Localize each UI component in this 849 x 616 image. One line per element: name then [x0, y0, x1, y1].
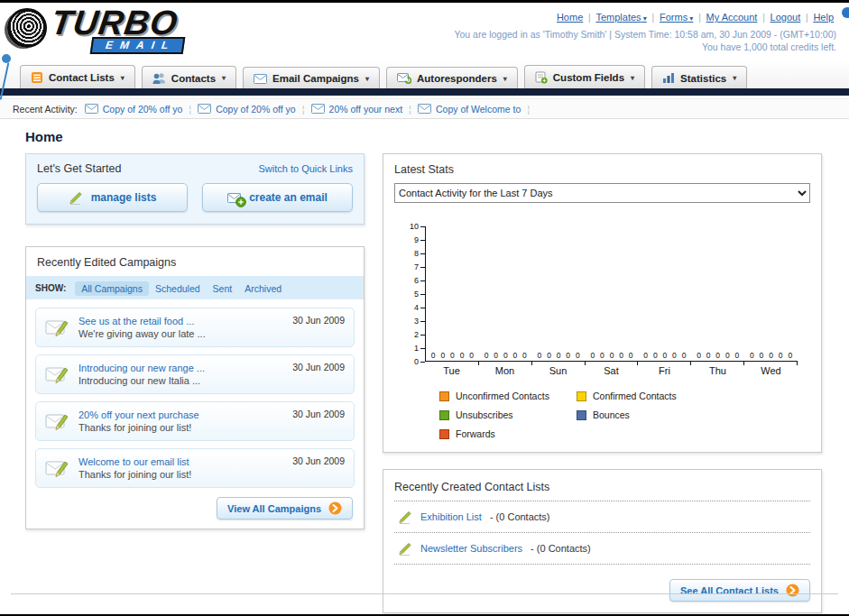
campaign-filter-scheduled[interactable]: Scheduled — [149, 281, 207, 296]
logo-subtitle: EMAIL — [90, 37, 186, 54]
chart-value-label: 0 — [769, 351, 773, 360]
campaign-date: 30 Jun 2009 — [292, 362, 345, 372]
autoresponder-icon — [397, 73, 411, 84]
top-link-templates[interactable]: Templates ▾ — [595, 12, 646, 23]
chart-value-label: 0 — [450, 351, 455, 360]
separator: | — [696, 13, 703, 23]
campaign-row[interactable]: Welcome to our email listThanks for join… — [35, 448, 355, 488]
nav-tab-contact-lists[interactable]: Contact Lists▾ — [20, 65, 135, 88]
chevron-down-icon: ▾ — [688, 14, 693, 23]
right-column: Latest Stats Contact Activity for the La… — [383, 153, 822, 613]
chart-value-label: 0 — [750, 351, 754, 360]
campaign-filter-archived[interactable]: Archived — [238, 281, 288, 296]
stats-range-select[interactable]: Contact Activity for the Last 7 Days — [394, 183, 810, 203]
chart-group-fri: 00000 — [638, 226, 691, 361]
chart-value-label: 0 — [431, 351, 436, 360]
campaign-row[interactable]: See us at the retail food ...We're givin… — [35, 308, 355, 347]
legend-item-forwards: Forwards — [439, 428, 577, 439]
view-all-campaigns-label: View All Campaigns — [227, 503, 321, 514]
chart-value-label: 0 — [557, 351, 561, 360]
chart-value-label: 0 — [460, 351, 465, 360]
legend-item-unconfirmed-contacts: Unconfirmed Contacts — [439, 391, 577, 401]
top-link-home[interactable]: Home — [557, 12, 583, 23]
chart-value-label: 0 — [629, 351, 633, 360]
campaign-title-link[interactable]: See us at the retail food ... — [78, 316, 206, 326]
recent-activity-item[interactable]: Copy of 20% off yo — [85, 104, 183, 115]
nav-tab-contacts[interactable]: Contacts▾ — [142, 66, 236, 88]
envelope-pencil-icon — [45, 458, 69, 479]
recent-activity-item[interactable]: 20% off your next — [311, 104, 403, 115]
campaign-title-link[interactable]: Introducing our new range ... — [78, 363, 205, 373]
y-axis-label: 6 — [402, 276, 419, 285]
chart-value-label: 0 — [662, 351, 667, 360]
chevron-down-icon: ▾ — [631, 74, 634, 82]
chevron-down-icon: ▾ — [121, 74, 125, 82]
contact-list-row[interactable]: Newsletter Subscribers - (0 Contacts) — [394, 533, 810, 565]
app-logo[interactable]: TURBO EMAIL — [7, 5, 178, 60]
campaign-title-link[interactable]: 20% off your next purchase — [78, 409, 199, 420]
chart-plot: 00000000000000000000000000000000000 — [425, 226, 798, 362]
switch-quick-links-link[interactable]: Switch to Quick Links — [258, 163, 353, 174]
campaign-row[interactable]: Introducing our new range ...Introducing… — [35, 354, 355, 394]
chart-plot-area: 012345678910 000000000000000000000000000… — [401, 226, 807, 362]
separator: | — [650, 13, 657, 23]
chart-value-label: 0 — [619, 351, 623, 360]
legend-label: Unsubscribes — [456, 409, 513, 420]
chart-group-tue: 00000 — [426, 226, 479, 361]
campaign-filter-sent[interactable]: Sent — [207, 281, 239, 296]
campaigns-panel: Recently Edited Campaigns SHOW: All Camp… — [25, 246, 365, 529]
latest-stats-title: Latest Stats — [394, 163, 810, 176]
campaigns-filter-bar: SHOW: All CampaignsScheduledSentArchived — [26, 276, 364, 299]
nav-tab-label: Autoresponders — [417, 73, 497, 84]
nav-tab-email-campaigns[interactable]: Email Campaigns▾ — [243, 67, 380, 88]
arrow-right-icon — [328, 501, 342, 515]
campaign-title-link[interactable]: Welcome to our email list — [78, 456, 191, 467]
recent-activity-item[interactable]: Copy of Welcome to — [418, 104, 521, 115]
chart-value-label: 0 — [547, 351, 551, 360]
envelope-plus-icon — [227, 193, 241, 203]
manage-lists-button[interactable]: manage lists — [37, 183, 188, 212]
contact-list-row[interactable]: Exhibition List - (0 Contacts) — [394, 501, 810, 533]
top-link-help[interactable]: Help — [813, 12, 834, 23]
contact-list-link[interactable]: Exhibition List — [420, 511, 482, 522]
chart-group-mon: 00000 — [479, 226, 532, 361]
top-link-my-account[interactable]: My Account — [706, 12, 758, 23]
pencil-icon — [398, 541, 412, 556]
nav-tab-label: Custom Fields — [553, 72, 624, 83]
page-title: Home — [25, 129, 849, 144]
chevron-down-icon: ▾ — [365, 75, 369, 83]
contact-list-count: - (0 Contacts) — [531, 543, 591, 554]
get-started-title: Let's Get Started — [37, 162, 121, 175]
see-all-contact-lists-button[interactable]: See All Contact Lists — [669, 579, 810, 602]
envelope-pencil-icon — [45, 317, 69, 338]
show-label: SHOW: — [35, 283, 66, 293]
left-column: Let's Get Started Switch to Quick Links … — [25, 153, 365, 529]
chart-y-axis: 012345678910 — [401, 226, 425, 362]
chart-value-label: 0 — [566, 351, 570, 360]
create-email-button[interactable]: create an email — [202, 183, 353, 212]
nav-tab-custom-fields[interactable]: Custom Fields▾ — [524, 65, 645, 88]
top-link-forms[interactable]: Forms ▾ — [660, 12, 693, 23]
legend-swatch — [577, 391, 586, 401]
chart-icon — [662, 72, 675, 84]
nav-tab-statistics[interactable]: Statistics▾ — [651, 66, 747, 88]
campaign-texts: 20% off your next purchaseThanks for joi… — [78, 409, 199, 433]
contact-list-link[interactable]: Newsletter Subscribers — [420, 543, 522, 554]
chart-value-label: 0 — [682, 351, 687, 360]
chart-value-labels: 00000 — [532, 351, 586, 360]
recent-activity-item[interactable]: Copy of 20% off yo — [198, 104, 296, 115]
envelope-icon — [198, 104, 211, 114]
top-link-logout[interactable]: Logout — [771, 12, 801, 23]
legend-item-confirmed-contacts: Confirmed Contacts — [577, 391, 714, 401]
campaign-filter-all-campaigns[interactable]: All Campaigns — [75, 281, 149, 296]
view-all-campaigns-button[interactable]: View All Campaigns — [217, 497, 353, 519]
separator: | — [803, 13, 810, 23]
chart-value-label: 0 — [653, 351, 658, 360]
campaign-row[interactable]: 20% off your next purchaseThanks for joi… — [35, 401, 355, 441]
y-axis-label: 9 — [402, 235, 419, 244]
manage-lists-label: manage lists — [91, 191, 157, 204]
contact-lists-title: Recently Created Contact Lists — [394, 477, 810, 501]
pencil-icon — [398, 510, 412, 524]
nav-tab-autoresponders[interactable]: Autoresponders▾ — [386, 67, 518, 88]
chart-value-labels: 00000 — [691, 351, 744, 360]
